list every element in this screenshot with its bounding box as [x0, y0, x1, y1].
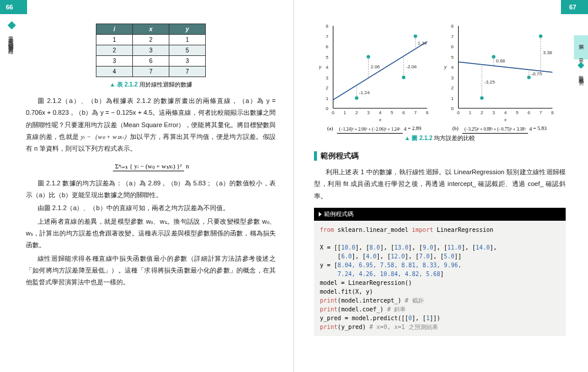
svg-text:2: 2 [451, 85, 454, 91]
svg-line-22 [333, 42, 427, 100]
body-text: 圖 2.1.2（a）、（b）為根據表 2.1.2 的數據所畫出的兩條直線，（a）… [26, 95, 276, 155]
chapter-label: 監督式學習 [577, 71, 585, 77]
svg-text:y: y [319, 64, 322, 69]
table-caption: ▲ 表 2.1.2 用於線性迴歸的數據 [26, 81, 276, 89]
svg-text:4: 4 [451, 65, 454, 70]
svg-text:8: 8 [326, 24, 329, 29]
book-side-label: 零基礎入門的機器學習圖鑑 [7, 22, 16, 140]
chart-b: 0 1 2 3 4 5 6 7 8 0 1 [439, 20, 560, 132]
table-row: 477 [96, 67, 206, 77]
th: x [133, 24, 169, 35]
table-header-row: i x y [96, 24, 206, 35]
svg-text:4: 4 [379, 110, 382, 115]
table-row: 235 [96, 45, 206, 56]
svg-text:3: 3 [451, 75, 454, 81]
svg-text:3: 3 [326, 75, 329, 81]
code-block: 範例程式碼 from sklearn.linear_model import L… [314, 208, 566, 336]
svg-text:6: 6 [402, 110, 405, 115]
svg-text:0: 0 [451, 106, 454, 111]
svg-text:y: y [444, 64, 447, 69]
chart-pair: 0 1 2 3 4 5 6 7 8 0 1 [314, 20, 566, 132]
svg-text:6: 6 [451, 44, 454, 49]
diamond-icon [577, 62, 584, 68]
chart-a: 0 1 2 3 4 5 6 7 8 0 1 [314, 20, 435, 132]
svg-text:6: 6 [326, 44, 329, 49]
chapter-tag: 第 2 章 [574, 35, 588, 59]
page-left: 66 零基礎入門的機器學習圖鑑 i x y 121 235 363 477 ▲ … [0, 0, 294, 372]
th: i [96, 24, 133, 35]
svg-text:-0.75: -0.75 [532, 71, 543, 77]
svg-text:2: 2 [480, 110, 483, 115]
svg-text:1: 1 [451, 96, 454, 101]
mse-formula: Σⁿᵢ₌₁ { yᵢ − (w₀ + w₁xᵢ) }² n [26, 162, 276, 170]
section-heading: 範例程式碼 [314, 151, 566, 161]
data-table: i x y 121 235 363 477 [96, 24, 206, 77]
chart-b-equation: (b) (−3.25)² + 0.88² + (−0.75)² + 3.38² … [439, 125, 560, 132]
svg-text:-2.06: -2.06 [406, 64, 417, 69]
svg-text:7: 7 [539, 110, 542, 115]
chart-a-equation: (a) (−1.24)² + 2.06² + (−2.06)² + 1.24² … [314, 125, 435, 132]
svg-text:0: 0 [326, 106, 329, 111]
svg-text:1: 1 [326, 96, 329, 101]
svg-text:5: 5 [390, 110, 393, 115]
x-ticks: 0 1 2 3 4 5 6 7 8 [332, 110, 429, 115]
svg-text:-1.24: -1.24 [359, 90, 370, 95]
page-number-right: 67 [561, 0, 588, 14]
svg-text:1: 1 [469, 110, 472, 115]
svg-text:3: 3 [367, 110, 370, 115]
svg-text:3: 3 [492, 110, 495, 115]
svg-text:-3.25: -3.25 [485, 79, 496, 85]
svg-text:2.06: 2.06 [371, 64, 380, 69]
chapter-side-tab: 第 2 章 監督式學習 [574, 35, 588, 79]
page-number-left: 66 [0, 0, 27, 14]
page-number-bar: 66 [0, 0, 293, 14]
body-text: 利用上述表 1 中的數據，執行線性迴歸。以 LinearRegression 類… [314, 166, 566, 202]
svg-text:8: 8 [426, 110, 429, 115]
svg-text:3.38: 3.38 [543, 50, 553, 55]
code-header: 範例程式碼 [314, 208, 566, 221]
svg-text:1.24: 1.24 [418, 41, 427, 46]
svg-text:8: 8 [551, 110, 554, 115]
svg-text:0.88: 0.88 [496, 58, 506, 64]
table-row: 363 [96, 56, 206, 67]
body-text: 圖 2.1.2 數據的均方誤差為：（a）為 2.89，（b）為 5.83；（a）… [26, 177, 276, 288]
svg-text:7: 7 [451, 34, 454, 39]
svg-text:5: 5 [326, 55, 329, 60]
svg-text:x: x [379, 117, 382, 122]
svg-text:2: 2 [326, 85, 329, 91]
th: y [169, 24, 206, 35]
svg-text:8: 8 [451, 24, 454, 29]
svg-text:7: 7 [326, 34, 329, 39]
code-body: from sklearn.linear_model import LinearR… [314, 221, 566, 336]
page-number-bar: 67 [294, 0, 588, 14]
svg-text:5: 5 [451, 55, 454, 60]
page-right: 67 第 2 章 監督式學習 0 1 2 3 [294, 0, 588, 372]
svg-text:1: 1 [343, 110, 346, 115]
svg-text:4: 4 [326, 65, 329, 70]
svg-text:4: 4 [504, 110, 507, 115]
svg-text:5: 5 [516, 110, 519, 115]
svg-text:0: 0 [457, 110, 460, 115]
svg-text:2: 2 [355, 110, 358, 115]
svg-text:0: 0 [332, 110, 335, 115]
svg-text:7: 7 [414, 110, 417, 115]
svg-text:x: x [504, 117, 507, 122]
diamond-icon [8, 21, 16, 29]
svg-text:6: 6 [527, 110, 530, 115]
table-row: 121 [96, 35, 206, 45]
y-ticks: 0 1 2 3 4 5 6 7 8 [326, 24, 329, 111]
chart-caption: ▲ 圖 2.1.2 均方誤差的比較 [314, 134, 566, 142]
